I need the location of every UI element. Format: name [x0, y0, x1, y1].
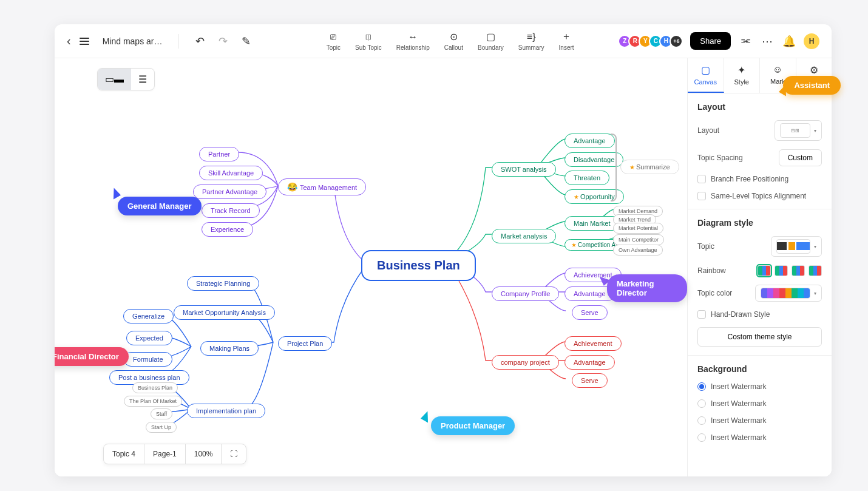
cursor-assistant: Assistant: [783, 76, 841, 95]
node[interactable]: Formulate: [124, 352, 172, 367]
topic-color-dropdown[interactable]: [755, 285, 822, 302]
format-painter-button[interactable]: ✎: [239, 34, 254, 49]
rainbow-option[interactable]: [792, 265, 805, 276]
view-mindmap-button[interactable]: ▭▬: [98, 69, 131, 90]
node[interactable]: Staff: [151, 408, 172, 419]
node[interactable]: Generalize: [123, 309, 174, 323]
summary-brace: [611, 134, 617, 201]
node[interactable]: Skill Advantage: [199, 166, 263, 180]
back-button[interactable]: ‹: [67, 34, 71, 48]
top-toolbar: ‹ Mind maps are ... ↶ ↷ ✎ ⎚Topic ⎅Sub To…: [55, 24, 832, 58]
toolbar-boundary[interactable]: ▢Boundary: [478, 32, 504, 51]
summary-node[interactable]: ★Summarize: [620, 160, 679, 174]
node[interactable]: Partner: [199, 147, 239, 161]
radio-watermark[interactable]: [697, 382, 706, 391]
share-link-icon[interactable]: ⫘: [738, 34, 753, 49]
section-layout-title: Layout: [697, 102, 822, 112]
node[interactable]: Serve: [572, 305, 608, 320]
section-background-title: Background: [697, 364, 822, 374]
node-swot[interactable]: SWOT analysis: [492, 162, 556, 177]
toolbar-callout[interactable]: ⊙Callout: [444, 32, 463, 51]
node[interactable]: Own Advantage: [613, 245, 663, 256]
share-button[interactable]: Share: [690, 32, 731, 50]
checkbox-same-level[interactable]: [697, 192, 706, 200]
node[interactable]: Serve: [572, 373, 608, 388]
node[interactable]: Threaten: [565, 171, 609, 185]
layout-dropdown[interactable]: ⊟⊞: [775, 120, 822, 141]
radio-watermark[interactable]: [697, 433, 706, 442]
rainbow-option[interactable]: [809, 265, 822, 276]
toolbar-topic[interactable]: ⎚Topic: [327, 32, 341, 51]
spacing-button[interactable]: Custom: [779, 149, 822, 166]
node-market[interactable]: Market analysis: [492, 229, 556, 243]
node-company-profile[interactable]: Company Profile: [492, 286, 559, 301]
node[interactable]: Advantage: [565, 134, 615, 148]
user-avatar[interactable]: H: [804, 33, 819, 49]
node[interactable]: Achievement: [565, 336, 622, 351]
app-window: ‹ Mind maps are ... ↶ ↷ ✎ ⎚Topic ⎅Sub To…: [55, 24, 832, 476]
layout-label: Layout: [697, 126, 719, 135]
topic-color-label: Topic color: [697, 289, 732, 297]
node-company-project[interactable]: company project: [492, 355, 559, 370]
menu-button[interactable]: [80, 38, 89, 45]
toolbar-center: ⎚Topic ⎅Sub Topic ↔Relationship ⊙Callout…: [327, 32, 574, 51]
bottom-status-bar: Topic 4 Page-1 100% ⛶: [103, 444, 246, 464]
node[interactable]: The Plan Of Market: [124, 396, 182, 407]
node-project-plan[interactable]: Project Plan: [278, 336, 332, 351]
topic-label: Topic: [697, 242, 714, 251]
node-team-management[interactable]: 😂Team Management: [278, 178, 366, 195]
node[interactable]: Strategic Planning: [187, 276, 259, 291]
toolbar-subtopic[interactable]: ⎅Sub Topic: [355, 32, 382, 51]
view-toggle: ▭▬ ☰: [97, 68, 155, 90]
radio-watermark[interactable]: [697, 399, 706, 408]
document-title[interactable]: Mind maps are ...: [103, 36, 163, 46]
radio-watermark[interactable]: [697, 416, 706, 425]
tab-canvas[interactable]: ▢Canvas: [688, 58, 724, 93]
toolbar-summary[interactable]: ≡}Summary: [518, 32, 544, 51]
node[interactable]: Market Potential: [613, 223, 663, 234]
cursor-general-manager: General Manager: [118, 197, 202, 215]
cursor-financial-director: Financial Director: [55, 347, 129, 366]
fullscreen-button[interactable]: ⛶: [222, 444, 246, 464]
checkbox-hand-drawn[interactable]: [697, 310, 706, 319]
status-topic[interactable]: Topic 4: [104, 444, 144, 464]
status-page[interactable]: Page-1: [144, 444, 186, 464]
notifications-icon[interactable]: 🔔: [782, 34, 796, 49]
topic-dropdown[interactable]: [771, 236, 822, 257]
mindmap-root[interactable]: Business Plan: [361, 250, 476, 281]
section-diagram-title: Diagram style: [697, 218, 822, 228]
node[interactable]: Expected: [126, 331, 172, 345]
cursor-marketing-director: Marketing Director: [607, 274, 687, 302]
toolbar-insert[interactable]: ＋Insert: [559, 32, 574, 51]
avatar-more[interactable]: +6: [670, 35, 683, 48]
checkbox-branch-free[interactable]: [697, 175, 706, 183]
node[interactable]: Market Opportunity Analysis: [174, 305, 275, 320]
cursor-arrow-icon: [109, 187, 121, 200]
tab-style[interactable]: ✦Style: [724, 58, 761, 93]
node[interactable]: Making Plans: [200, 341, 259, 356]
more-options-icon[interactable]: ⋯: [760, 34, 775, 49]
toolbar-relationship[interactable]: ↔Relationship: [396, 32, 430, 51]
status-zoom[interactable]: 100%: [186, 444, 222, 464]
canvas[interactable]: ▭▬ ☰: [55, 58, 687, 476]
cursor-product-manager: Product Manager: [431, 416, 515, 435]
view-outline-button[interactable]: ☰: [131, 69, 154, 90]
node[interactable]: Main Competitor: [613, 234, 664, 245]
node[interactable]: Start Up: [146, 422, 177, 433]
rainbow-option[interactable]: [775, 265, 788, 276]
undo-button[interactable]: ↶: [193, 34, 208, 49]
collaborator-avatars[interactable]: Z R Y C H +6: [618, 35, 683, 48]
node[interactable]: Business Plan: [132, 382, 178, 393]
node[interactable]: Partner Advantage: [193, 185, 266, 199]
rainbow-label: Rainbow: [697, 266, 726, 275]
node[interactable]: Main Market: [565, 216, 620, 231]
side-panel: ▢Canvas ✦Style ☺Mark ⚙Clipart Layout Lay…: [687, 58, 832, 476]
redo-button[interactable]: ↷: [216, 34, 231, 49]
node[interactable]: Track Record: [202, 203, 260, 218]
node[interactable]: Implementation plan: [187, 404, 265, 418]
rainbow-option[interactable]: [758, 265, 771, 276]
spacing-label: Topic Spacing: [697, 154, 743, 162]
custom-theme-button[interactable]: Costom theme style: [697, 327, 822, 347]
node[interactable]: Experience: [202, 222, 253, 237]
node[interactable]: Advantage: [565, 355, 615, 370]
